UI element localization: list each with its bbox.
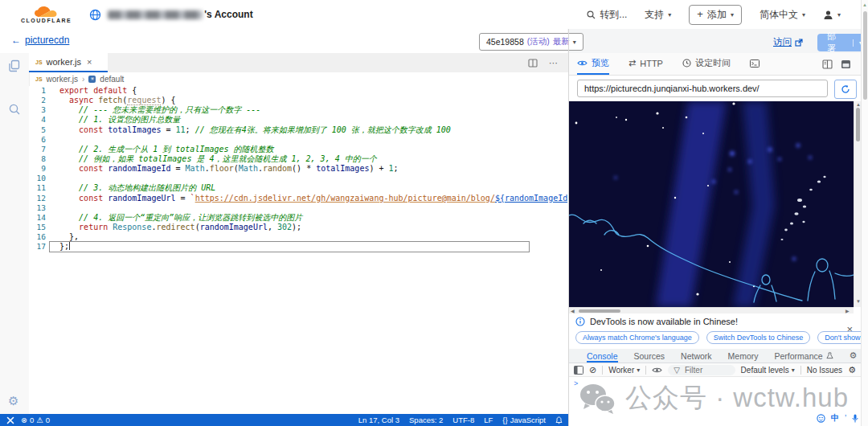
cursor-position[interactable]: Ln 17, Col 3 bbox=[358, 416, 399, 424]
page-scrollbar[interactable]: ▲ bbox=[861, 0, 868, 426]
problems-indicator[interactable]: ⊗ 0 ⚠ 0 bbox=[21, 416, 50, 424]
code-line-10[interactable]: 10 bbox=[29, 174, 569, 183]
switch-chinese-button[interactable]: Switch DevTools to Chinese bbox=[706, 331, 811, 344]
line-content[interactable]: const randomImageUrl = `https://cdn.jsde… bbox=[50, 194, 529, 203]
line-content[interactable]: // 例如，如果 totalImages 是 4，这里就会随机生成 1, 2, … bbox=[50, 154, 529, 164]
tab-preview[interactable]: 预览 bbox=[577, 53, 609, 75]
watermark-text: 公众号 · wctw.hub bbox=[625, 380, 849, 416]
tab-worker-js[interactable]: JS worker.js × bbox=[29, 53, 108, 72]
files-icon[interactable] bbox=[8, 59, 21, 72]
line-content[interactable] bbox=[50, 174, 529, 183]
encoding[interactable]: UTF-8 bbox=[452, 416, 474, 424]
line-number: 11 bbox=[29, 183, 46, 193]
code-editor[interactable]: 1export default {2 async fetch(request) … bbox=[29, 86, 569, 414]
line-content[interactable]: }; bbox=[50, 242, 529, 252]
line-content[interactable]: // 4. 返回一个“重定向”响应，让浏览器跳转到被选中的图片 bbox=[50, 213, 529, 223]
toolbar-divider bbox=[800, 366, 801, 375]
scroll-thumb[interactable] bbox=[856, 108, 860, 141]
preview-url-input[interactable] bbox=[577, 80, 828, 97]
settings-gear-icon[interactable]: ⚙ bbox=[8, 394, 18, 408]
code-line-4[interactable]: 4 // 1. 设置您的图片总数量 bbox=[29, 115, 569, 125]
breadcrumb[interactable]: JS worker.js › ✳ default bbox=[35, 72, 124, 85]
language-mode[interactable]: JavaScript bbox=[510, 416, 546, 424]
line-content[interactable]: // 3. 动态地构建出随机图片的 URL bbox=[50, 183, 529, 193]
refresh-button[interactable] bbox=[834, 80, 857, 99]
code-line-16[interactable]: 16 }, bbox=[29, 232, 569, 242]
devtools-settings-icon[interactable]: ⚙ bbox=[850, 350, 858, 361]
line-content[interactable] bbox=[50, 203, 529, 213]
line-content[interactable]: export default { bbox=[50, 86, 529, 96]
scroll-thumb[interactable] bbox=[863, 11, 867, 100]
match-language-button[interactable]: Always match Chrome's language bbox=[575, 331, 699, 344]
console-drawer-icon[interactable] bbox=[841, 59, 851, 69]
tab-terminal[interactable] bbox=[750, 53, 760, 75]
indentation[interactable]: Spaces: 2 bbox=[409, 416, 443, 424]
issues-counter[interactable]: No Issues bbox=[807, 366, 842, 375]
cloudflare-logo[interactable]: CLOUDFLARE bbox=[21, 6, 72, 23]
console-output[interactable]: > 公众号 · wctw.hub 中 ’ bbox=[569, 377, 861, 426]
microphone-icon[interactable] bbox=[852, 414, 858, 423]
code-line-8[interactable]: 8 // 例如，如果 totalImages 是 4，这里就会随机生成 1, 2… bbox=[29, 154, 569, 164]
docs-icon[interactable] bbox=[822, 59, 833, 69]
clear-console-icon[interactable]: ⊘ bbox=[589, 365, 596, 375]
code-line-5[interactable]: 5 const totalImages = 11; // 您现在有4张。将来如果… bbox=[29, 125, 569, 135]
code-line-12[interactable]: 12 const randomImageUrl = `https://cdn.j… bbox=[29, 194, 569, 203]
eol[interactable]: LF bbox=[484, 416, 493, 424]
filter-input[interactable] bbox=[683, 365, 730, 375]
ime-punctuation-icon[interactable]: ’ bbox=[845, 414, 846, 423]
code-line-6[interactable]: 6 bbox=[29, 135, 569, 145]
preview-scene bbox=[569, 101, 854, 307]
ime-language-icon[interactable]: 中 bbox=[831, 412, 839, 424]
line-content[interactable]: const randomImageId = Math.floor(Math.ra… bbox=[50, 164, 529, 174]
code-line-17[interactable]: 17}; bbox=[29, 242, 569, 252]
preview-tab-bar: 预览 ⇄ HTTP 设定时间 bbox=[569, 53, 861, 76]
line-content[interactable]: // --- 您未来需要维护的，只有这一个数字 --- bbox=[50, 105, 529, 115]
code-line-7[interactable]: 7 // 2. 生成一个从 1 到 totalImages 的随机整数 bbox=[29, 145, 569, 154]
eye-icon[interactable] bbox=[652, 367, 662, 374]
scroll-thumb[interactable] bbox=[579, 309, 620, 313]
tab-http[interactable]: ⇄ HTTP bbox=[628, 53, 663, 75]
context-selector[interactable]: Worker ▾ bbox=[608, 366, 640, 375]
split-editor-icon[interactable] bbox=[528, 59, 538, 68]
preview-image[interactable] bbox=[569, 101, 854, 307]
back-to-worker-link[interactable]: ← picturecdn bbox=[11, 35, 69, 46]
bell-icon[interactable] bbox=[555, 416, 563, 424]
line-number: 14 bbox=[29, 213, 46, 223]
scroll-up-icon[interactable]: ▲ bbox=[862, 2, 867, 7]
tab-sources[interactable]: Sources bbox=[634, 351, 665, 361]
more-actions-icon[interactable]: ⋯ bbox=[549, 58, 558, 68]
code-line-1[interactable]: 1export default { bbox=[29, 86, 569, 96]
line-content[interactable]: // 2. 生成一个从 1 到 totalImages 的随机整数 bbox=[50, 145, 529, 154]
code-line-15[interactable]: 15 return Response.redirect(randomImageU… bbox=[29, 223, 569, 232]
tab-performance[interactable]: Performance bbox=[775, 351, 833, 361]
scroll-right-icon[interactable]: ▶ bbox=[845, 308, 850, 313]
log-levels-selector[interactable]: Default levels ▾ bbox=[741, 366, 795, 375]
flask-icon bbox=[826, 352, 833, 359]
line-content[interactable]: return Response.redirect(randomImageUrl,… bbox=[50, 223, 529, 232]
console-filter[interactable]: ▽ bbox=[668, 365, 735, 375]
tab-network[interactable]: Network bbox=[681, 351, 712, 361]
line-number: 1 bbox=[29, 86, 46, 96]
line-content[interactable]: // 1. 设置您的图片总数量 bbox=[50, 115, 529, 125]
line-content[interactable] bbox=[50, 135, 529, 145]
scroll-left-icon[interactable]: ◀ bbox=[571, 308, 575, 313]
code-line-3[interactable]: 3 // --- 您未来需要维护的，只有这一个数字 --- bbox=[29, 105, 569, 115]
close-tab-icon[interactable]: × bbox=[87, 57, 92, 67]
code-line-9[interactable]: 9 const randomImageId = Math.floor(Math.… bbox=[29, 164, 569, 174]
tab-console[interactable]: Console bbox=[587, 349, 618, 363]
tab-memory[interactable]: Memory bbox=[728, 351, 759, 361]
line-content[interactable]: const totalImages = 11; // 您现在有4张。将来如果增加… bbox=[50, 125, 529, 135]
dock-panel-icon[interactable] bbox=[574, 366, 583, 375]
line-content[interactable]: async fetch(request) { bbox=[50, 96, 529, 105]
code-line-2[interactable]: 2 async fetch(request) { bbox=[29, 96, 569, 105]
code-line-14[interactable]: 14 // 4. 返回一个“重定向”响应，让浏览器跳转到被选中的图片 bbox=[29, 213, 569, 223]
line-content[interactable]: }, bbox=[50, 232, 529, 242]
tools-icon[interactable] bbox=[6, 416, 14, 424]
emoji-icon[interactable] bbox=[817, 414, 825, 423]
account-name[interactable]: 's Account bbox=[108, 9, 252, 20]
code-line-13[interactable]: 13 bbox=[29, 203, 569, 213]
code-line-11[interactable]: 11 // 3. 动态地构建出随机图片的 URL bbox=[29, 183, 569, 193]
tab-schedule[interactable]: 设定时间 bbox=[682, 53, 731, 75]
console-settings-icon[interactable]: ⚙ bbox=[848, 365, 856, 375]
search-sidebar-icon[interactable] bbox=[8, 103, 21, 116]
